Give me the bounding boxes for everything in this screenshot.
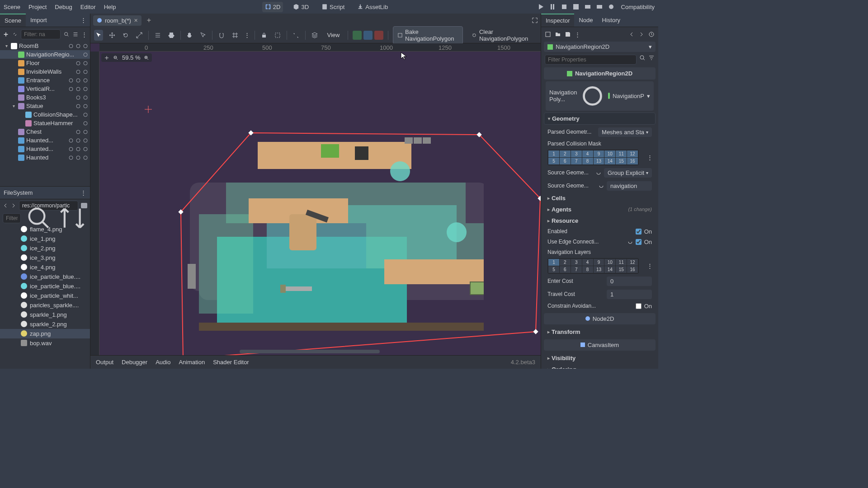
layer-bit[interactable]: 2: [560, 150, 571, 157]
layer-bit[interactable]: 11: [616, 259, 627, 266]
layer-bit[interactable]: 8: [582, 266, 593, 273]
layer-bit[interactable]: 14: [604, 158, 615, 164]
layer-bit[interactable]: 3: [571, 150, 582, 157]
layer-bit[interactable]: 13: [594, 158, 604, 164]
bone-tool[interactable]: [292, 30, 301, 41]
nav-tool-3[interactable]: [374, 31, 383, 40]
insp-back-icon[interactable]: [628, 31, 635, 38]
filter-files-input[interactable]: [3, 213, 21, 223]
file-item[interactable]: ice_particle_whit...: [0, 291, 90, 300]
layer-bit[interactable]: 10: [604, 259, 615, 266]
scene-options-icon[interactable]: [72, 31, 79, 38]
layer-bit[interactable]: 4: [582, 259, 593, 266]
link-icon[interactable]: [12, 31, 18, 38]
tree-node[interactable]: ▾RoomB: [0, 42, 90, 50]
source-geom-group-input[interactable]: navigation: [607, 181, 652, 191]
tree-node[interactable]: Books3: [0, 93, 90, 102]
render-icon[interactable]: [608, 3, 615, 10]
menu-help[interactable]: Help: [104, 4, 116, 10]
mode-script[interactable]: Script: [319, 2, 347, 12]
menu-project[interactable]: Project: [28, 4, 47, 10]
rotate-tool[interactable]: [121, 30, 130, 41]
zoom-value[interactable]: 59.5 %: [122, 54, 140, 61]
section-visibility[interactable]: ▸Visibility: [544, 352, 656, 364]
list-tool[interactable]: [153, 30, 162, 41]
enabled-checkbox[interactable]: On: [636, 228, 652, 235]
layer-bit[interactable]: 12: [627, 150, 638, 157]
layer-bit[interactable]: 2: [560, 259, 571, 266]
scene-more-icon[interactable]: ⋮: [81, 31, 87, 38]
tab-debugger[interactable]: Debugger: [122, 359, 147, 366]
bake-navpolygon-button[interactable]: Bake NavigationPolygon: [393, 26, 463, 44]
tree-node[interactable]: Haunted: [0, 153, 90, 162]
file-item[interactable]: ice_particle_blue....: [0, 282, 90, 291]
tree-node[interactable]: NavigationRegio...: [0, 50, 90, 59]
file-item[interactable]: flame_4.png: [0, 225, 90, 234]
distraction-free-icon[interactable]: [532, 17, 538, 23]
forward-icon[interactable]: [11, 203, 16, 208]
layer-bit[interactable]: 16: [627, 266, 638, 273]
layers-tool[interactable]: [310, 30, 319, 41]
nav-tool-1[interactable]: [353, 31, 362, 40]
clear-navpolygon-button[interactable]: Clear NavigationPolygon: [467, 27, 537, 44]
file-item[interactable]: ice_particle_blue....: [0, 272, 90, 282]
layer-bit[interactable]: 13: [594, 266, 604, 273]
layer-bit[interactable]: 6: [560, 158, 571, 164]
tab-audio[interactable]: Audio: [156, 359, 170, 366]
layer-bit[interactable]: 11: [616, 150, 627, 157]
filter-options-icon[interactable]: [648, 55, 655, 61]
tree-node[interactable]: Haunted...: [0, 136, 90, 145]
tab-scene[interactable]: Scene: [0, 14, 26, 27]
canvas-area[interactable]: [99, 52, 541, 355]
layer-bit[interactable]: 15: [616, 266, 627, 273]
layer-bit[interactable]: 1: [548, 150, 559, 157]
file-item[interactable]: paricles_sparkle....: [0, 300, 90, 310]
reset-icon[interactable]: [627, 239, 633, 244]
file-item[interactable]: ice_3.png: [0, 253, 90, 263]
reset-icon[interactable]: [580, 83, 605, 109]
tab-node[interactable]: Node: [574, 14, 597, 26]
section-transform[interactable]: ▸Transform: [544, 326, 656, 338]
back-icon[interactable]: [3, 203, 8, 208]
layer-bit[interactable]: 4: [582, 150, 593, 157]
zoom-out-icon[interactable]: [113, 55, 118, 61]
tree-node[interactable]: ▾Statue: [0, 102, 90, 110]
tab-history[interactable]: History: [598, 14, 625, 26]
inspector-body[interactable]: NavigationRegion2D Navigation Poly... Na…: [541, 67, 658, 369]
center-view-icon[interactable]: [104, 55, 109, 61]
tree-node[interactable]: Chest: [0, 127, 90, 136]
select-tool[interactable]: [94, 30, 103, 41]
reset-icon[interactable]: [599, 183, 604, 188]
file-item[interactable]: ice_1.png: [0, 234, 90, 244]
insp-history-icon[interactable]: [648, 31, 655, 38]
file-item[interactable]: sparkle_1.png: [0, 310, 90, 319]
group-icon[interactable]: [273, 30, 282, 41]
tab-shader[interactable]: Shader Editor: [213, 359, 249, 366]
layer-bit[interactable]: 12: [627, 259, 638, 266]
play-icon[interactable]: [537, 3, 544, 10]
source-geom-dropdown[interactable]: Group Explicit▾: [604, 168, 652, 178]
file-list[interactable]: flame_4.pngice_1.pngice_2.pngice_3.pngic…: [0, 225, 90, 369]
ruler-tool[interactable]: [198, 30, 208, 41]
insp-new-icon[interactable]: [545, 31, 551, 38]
pan-tool[interactable]: [185, 30, 194, 41]
tree-node[interactable]: VerticalR...: [0, 84, 90, 93]
tab-animation[interactable]: Animation: [179, 359, 205, 366]
view-menu[interactable]: View: [324, 30, 344, 40]
section-cells[interactable]: ▸Cells: [544, 192, 656, 204]
tab-inspector[interactable]: Inspector: [541, 14, 574, 27]
tree-node[interactable]: Entrance: [0, 76, 90, 84]
filter-properties-input[interactable]: [545, 55, 637, 65]
menu-debug[interactable]: Debug: [55, 4, 72, 10]
layer-bit[interactable]: 9: [594, 259, 604, 266]
layer-bit[interactable]: 10: [604, 150, 615, 157]
mode-2d[interactable]: 2D: [262, 2, 283, 12]
mode-3d[interactable]: 3D: [290, 2, 311, 12]
layer-bit[interactable]: 16: [627, 158, 638, 164]
snap-tool[interactable]: [217, 30, 226, 41]
travel-cost-input[interactable]: 1: [607, 290, 652, 299]
layer-bit[interactable]: 8: [582, 158, 593, 164]
section-ordering[interactable]: ▸Ordering: [544, 364, 656, 369]
add-scene-tab[interactable]: +: [147, 16, 151, 24]
scene-tree[interactable]: ▾RoomBNavigationRegio...FloorInvisibleWa…: [0, 42, 90, 186]
